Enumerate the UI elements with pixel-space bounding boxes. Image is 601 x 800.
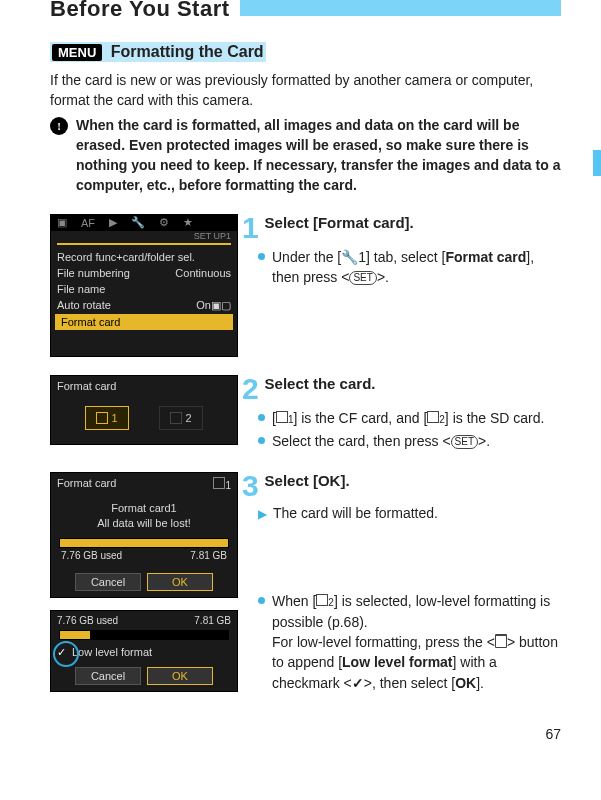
confirm-buttons-2: Cancel OK <box>51 663 237 691</box>
figure-low-level: 7.76 GB used7.81 GB ✓ Low level format C… <box>50 610 238 692</box>
step-1: ▣ AF ▶ 🔧 ⚙ ★ SET UP1 Record func+card/fo… <box>50 214 561 357</box>
trash-icon <box>495 634 507 648</box>
warning-text: When the card is formatted, all images a… <box>76 115 561 196</box>
menu-row-record: Record func+card/folder sel. <box>51 249 237 265</box>
figure-confirm-format: Format card 1 Format card1 All data will… <box>50 472 238 598</box>
confirm-buttons: Cancel OK <box>51 569 237 597</box>
format-head: Format card <box>51 376 237 396</box>
menu-row-numbering: File numberingContinuous <box>51 265 237 281</box>
section-heading: MENU Formatting the Card <box>50 42 266 62</box>
custom-tab: ⚙ <box>159 216 169 229</box>
step-1-line: Under the [🔧1] tab, select [Format card]… <box>258 247 561 288</box>
menu-spacer <box>51 330 237 356</box>
tab-underline <box>57 243 231 245</box>
warning-block: ! When the card is formatted, all images… <box>50 115 561 196</box>
page-number: 67 <box>50 726 561 742</box>
step-4-line: When [2] is selected, low-level formatti… <box>258 591 561 692</box>
step-number-2: 2 <box>242 375 259 402</box>
wrench-tab: 🔧 <box>131 216 145 229</box>
cancel-button-2: Cancel <box>75 667 141 685</box>
play-tab: ▶ <box>109 216 117 229</box>
setup-label: SET UP1 <box>51 231 237 243</box>
camera-icon: ▣ <box>57 216 67 229</box>
figure-card-select: Format card 1 2 <box>50 375 238 445</box>
step-3: Format card 1 Format card1 All data will… <box>50 472 561 695</box>
format-head-3: Format card 1 <box>51 473 237 495</box>
format-body: Format card1 All data will be lost! <box>51 495 237 534</box>
page-title-row: Before You Start <box>50 0 561 22</box>
menu-badge: MENU <box>52 44 102 61</box>
low-level-row: ✓ Low level format <box>51 644 237 663</box>
triangle-bullet: ▶ <box>258 507 267 521</box>
callout-circle <box>53 641 79 667</box>
card2-button: 2 <box>159 406 203 430</box>
ok-button: OK <box>147 573 213 591</box>
camera-tab-bar: ▣ AF ▶ 🔧 ⚙ ★ <box>51 215 237 231</box>
ok-button-2: OK <box>147 667 213 685</box>
step-3-title: Select [OK]. <box>265 472 350 489</box>
intro-text: If the card is new or was previously for… <box>50 70 561 111</box>
step-2: Format card 1 2 2 Select the card. [1] i… <box>50 375 561 455</box>
set-icon: SET <box>451 435 478 449</box>
step-1-body: 1 Select [Format card]. Under the [🔧1] t… <box>248 214 561 291</box>
bar-partial <box>59 630 229 640</box>
menu-row-format-selected: Format card <box>55 314 233 330</box>
step-number-1: 1 <box>242 214 259 241</box>
step-number-3: 3 <box>242 472 259 499</box>
title-accent-bar <box>240 0 561 16</box>
figure-setup-menu: ▣ AF ▶ 🔧 ⚙ ★ SET UP1 Record func+card/fo… <box>50 214 238 357</box>
af-tab: AF <box>81 217 95 229</box>
page-title: Before You Start <box>50 0 230 22</box>
set-icon: SET <box>349 271 376 285</box>
star-tab: ★ <box>183 216 193 229</box>
step-3-body: 3 Select [OK]. ▶The card will be formatt… <box>248 472 561 695</box>
step-2-line-1: [1] is the CF card, and [2] is the SD ca… <box>258 408 561 428</box>
step-1-title: Select [Format card]. <box>265 214 414 231</box>
warning-icon: ! <box>50 117 68 135</box>
card-pick-row: 1 2 <box>51 396 237 444</box>
step-3-line: ▶The card will be formatted. <box>258 505 561 521</box>
menu-row-filename: File name <box>51 281 237 297</box>
menu-row-rotate: Auto rotateOn▣▢ <box>51 297 237 314</box>
capacity-bar: 7.76 GB used7.81 GB <box>59 538 229 565</box>
step-2-title: Select the card. <box>265 375 376 392</box>
section-title: Formatting the Card <box>111 43 264 60</box>
card1-button: 1 <box>85 406 129 430</box>
side-tab <box>593 150 601 176</box>
bar-full <box>59 538 229 548</box>
wrench-icon: 🔧 <box>341 249 358 265</box>
step-2-body: 2 Select the card. [1] is the CF card, a… <box>248 375 561 455</box>
step-2-line-2: Select the card, then press <SET>. <box>258 431 561 451</box>
cancel-button: Cancel <box>75 573 141 591</box>
